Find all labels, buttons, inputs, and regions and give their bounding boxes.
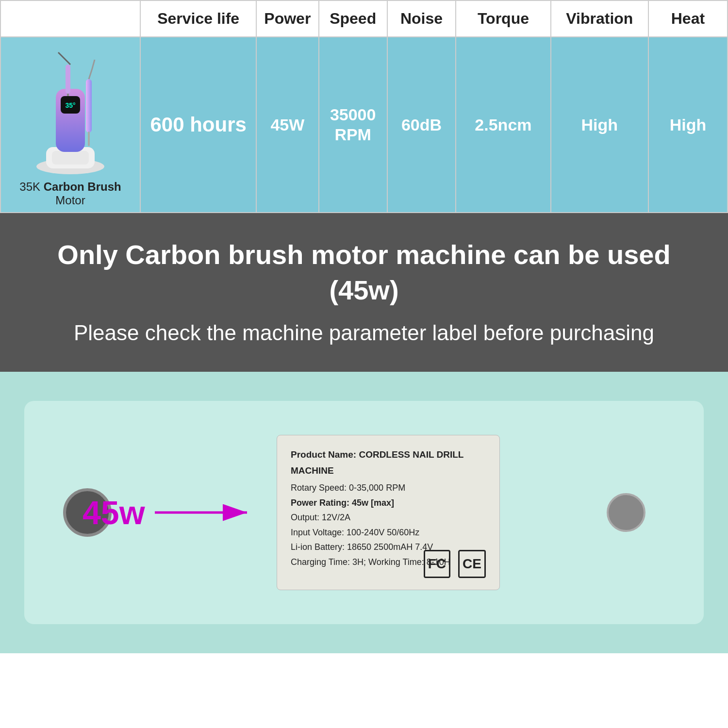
svg-rect-7 <box>88 132 90 146</box>
bottom-section: 45w Product Name: CORDLESS NAIL DRILL MA… <box>0 372 728 653</box>
label-prefix: 35K <box>19 180 43 193</box>
cell-vibration: High <box>551 37 648 213</box>
product-row: 35° 35K Carbon Brush Moto <box>0 37 728 213</box>
svg-rect-2 <box>52 151 89 165</box>
sub-text: Please check the machine parameter label… <box>29 318 699 348</box>
device-bottom: 45w Product Name: CORDLESS NAIL DRILL MA… <box>24 401 704 624</box>
comparison-table: Service life Power Speed Noise Torque Vi… <box>0 0 728 213</box>
product-cell: 35° 35K Carbon Brush Moto <box>0 37 140 213</box>
svg-rect-6 <box>86 79 92 132</box>
main-text: Only Carbon brush motor machine can be u… <box>29 237 699 308</box>
header-vibration: Vibration <box>551 0 648 37</box>
svg-text:35°: 35° <box>65 101 75 109</box>
svg-rect-8 <box>66 65 70 94</box>
header-speed: Speed <box>319 0 387 37</box>
product-image: 35° <box>17 50 124 176</box>
sticker-line1: Product Name: CORDLESS NAIL DRILL MACHIN… <box>291 447 486 479</box>
cell-heat: High <box>648 37 728 213</box>
header-power: Power <box>256 0 318 37</box>
cell-service-life: 600 hours <box>140 37 256 213</box>
svg-rect-9 <box>67 94 69 96</box>
cell-torque: 2.5ncm <box>456 37 551 213</box>
comparison-table-section: Service life Power Speed Noise Torque Vi… <box>0 0 728 213</box>
sticker-line5: Input Voltage: 100-240V 50/60Hz <box>291 525 486 540</box>
header-empty <box>0 0 140 37</box>
header-service-life: Service life <box>140 0 256 37</box>
header-heat: Heat <box>648 0 728 37</box>
speed-number: 35000 <box>330 105 376 124</box>
middle-section: Only Carbon brush motor machine can be u… <box>0 213 728 372</box>
sticker-line2: Rotary Speed: 0-35,000 RPM <box>291 480 486 496</box>
product-label: 35K Carbon Brush Motor <box>6 176 135 207</box>
speed-unit: RPM <box>334 125 371 144</box>
cell-speed: 35000 RPM <box>319 37 387 213</box>
label-suffix: Motor <box>55 194 85 207</box>
cell-power: 45W <box>256 37 318 213</box>
sticker-line4: Output: 12V/2A <box>291 510 486 525</box>
label-sticker: Product Name: CORDLESS NAIL DRILL MACHIN… <box>277 435 500 590</box>
arrow-icon <box>155 500 252 525</box>
sticker-line3: Power Rating: 45w [max] <box>291 496 486 511</box>
ce-cert: CE <box>458 550 486 578</box>
arrow-annotation: 45w <box>83 496 252 529</box>
cell-noise: 60dB <box>387 37 456 213</box>
label-bold: Carbon Brush <box>44 180 121 193</box>
arrow-label: 45w <box>83 496 145 529</box>
header-noise: Noise <box>387 0 456 37</box>
hole-right <box>607 493 645 532</box>
header-torque: Torque <box>456 0 551 37</box>
